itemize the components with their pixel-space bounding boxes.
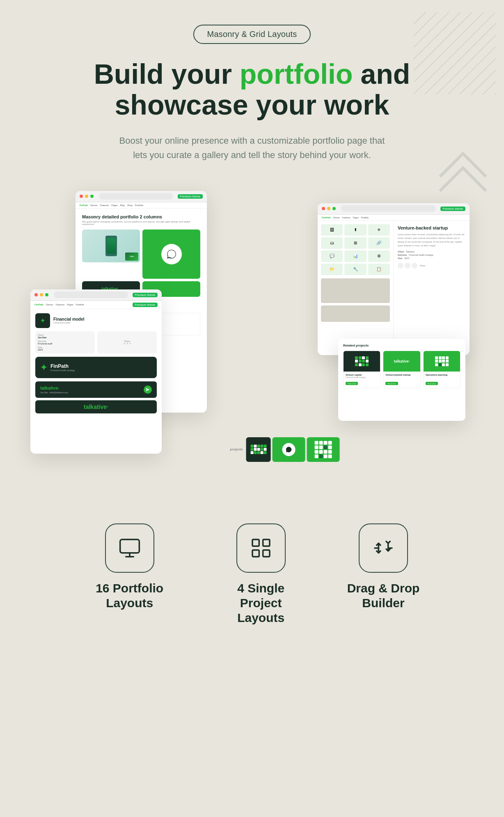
single-project-icon-box — [236, 523, 286, 573]
features-section: 16 Portfolio Layouts 4 Single ProjectLay… — [16, 523, 488, 625]
venture-heading: Venture-backed startup — [398, 225, 465, 231]
single-project-layouts-label: 4 Single ProjectLayouts — [216, 581, 306, 625]
chat-icon-card — [142, 229, 200, 279]
financial-model-window: Premium theme FinPath Demos Features Pag… — [30, 289, 162, 454]
section-badge: Masonry & Grid Layouts — [193, 25, 311, 44]
mockup-area: Premium theme FinPath Demos Features Pag… — [26, 191, 478, 470]
svg-rect-8 — [263, 550, 269, 557]
portfolio-title: Masonry detailed portfolio 2 columns — [82, 214, 200, 219]
portfolio-layouts-feature: 16 Portfolio Layouts — [85, 523, 175, 625]
svg-rect-5 — [252, 539, 259, 546]
portfolio-icon-box — [105, 523, 154, 573]
single-project-layouts-feature: 4 Single ProjectLayouts — [216, 523, 306, 625]
venture-browser-window: Premium theme FinPath Demos Features Pag… — [318, 203, 470, 355]
portfolio-subtitle: We guide game-changing companies, across… — [82, 220, 200, 225]
talkative-contact-card: talkative· Joe Doe · hello@talkative.com — [35, 381, 157, 398]
svg-rect-6 — [263, 539, 269, 546]
nav-cta-button[interactable]: Premium theme — [178, 194, 203, 199]
decorative-lines — [414, 12, 496, 94]
portfolio-layouts-label: 16 Portfolio Layouts — [85, 581, 175, 610]
talkative-projects-strip: projects — [230, 437, 340, 462]
related-projects-card: Related projects Venture capital Financi… — [338, 339, 465, 421]
subtext: Boost your online presence with a custom… — [112, 133, 392, 162]
nav-cta-button-2[interactable]: Premium theme — [133, 293, 158, 297]
svg-rect-7 — [252, 550, 259, 557]
nav-logo: FinPath — [80, 204, 88, 207]
drag-drop-feature: Drag & DropBuilder — [347, 523, 420, 625]
talkative-dark-banner: talkative· — [35, 400, 157, 413]
svg-rect-1 — [414, 12, 496, 94]
fin-model-title: Financial model — [53, 317, 85, 321]
phone-card: VISA — [82, 229, 140, 262]
drag-drop-label: Drag & DropBuilder — [347, 581, 420, 610]
main-headline: Build your portfolio and showcase your w… — [94, 59, 410, 120]
svg-rect-2 — [120, 539, 139, 553]
nav-cta-button-3[interactable]: Premium theme — [440, 207, 465, 211]
drag-drop-icon-box — [359, 523, 408, 573]
